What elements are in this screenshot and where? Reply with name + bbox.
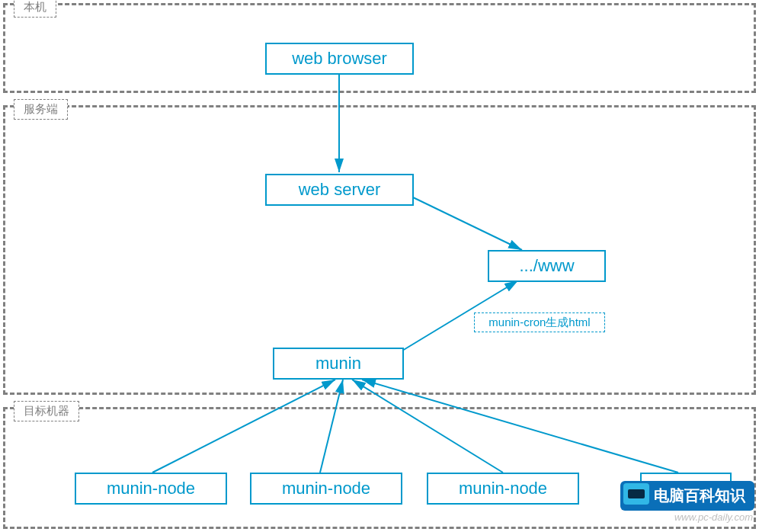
- zone-target-label: 目标机器: [14, 401, 79, 421]
- zone-local-label: 本机: [14, 0, 56, 18]
- monitor-icon: [623, 483, 649, 505]
- node-munin-node-3: munin-node: [427, 473, 579, 505]
- node-munin: munin: [273, 348, 404, 380]
- zone-target: [3, 407, 756, 529]
- node-web-server: web server: [265, 174, 414, 206]
- zone-server-label: 服务端: [14, 99, 68, 120]
- note-munin-cron: munin-cron生成html: [474, 312, 605, 332]
- watermark-title: 电脑百科知识: [654, 486, 745, 506]
- watermark-badge: 电脑百科知识: [620, 481, 754, 511]
- node-munin-node-1: munin-node: [75, 473, 227, 505]
- node-web-browser: web browser: [265, 43, 414, 75]
- diagram-canvas: 本机 服务端 目标机器 web browser web server .../w…: [0, 0, 759, 532]
- node-munin-node-2: munin-node: [250, 473, 402, 505]
- node-www: .../www: [488, 250, 606, 282]
- watermark-url: www.pc-daily.com: [674, 511, 753, 523]
